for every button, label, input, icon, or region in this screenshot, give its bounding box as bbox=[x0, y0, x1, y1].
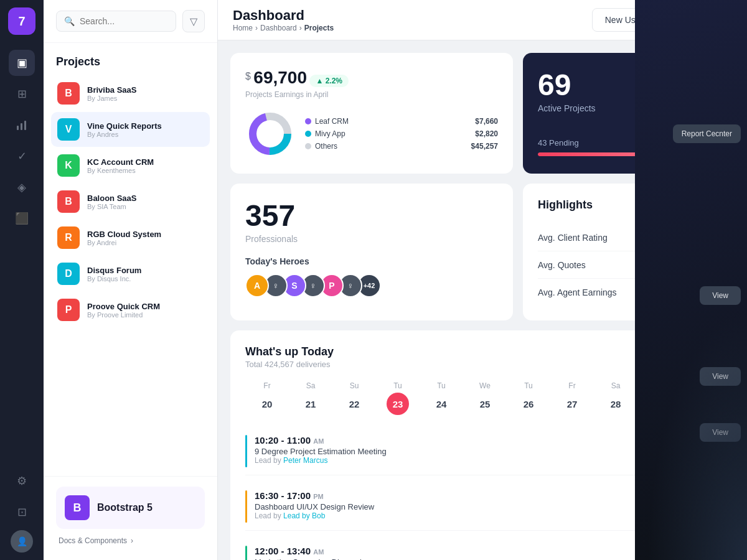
legend-item: Leaf CRM bbox=[305, 117, 349, 126]
sidebar: 🔍 ▽ Projects B Briviba SaaS By James V V… bbox=[44, 0, 218, 560]
project-name-rgb: RGB Cloud System bbox=[87, 230, 204, 239]
calendar-day[interactable]: Tu 23 bbox=[376, 381, 420, 415]
project-icon-kc: K bbox=[57, 154, 80, 177]
calendar-day[interactable]: Fr 20 bbox=[245, 381, 289, 415]
user-profile-avatar[interactable]: 👤 bbox=[11, 530, 33, 553]
bootstrap-card: B Bootstrap 5 bbox=[56, 487, 205, 529]
highlight-label: Avg. Agent Earnings bbox=[538, 287, 617, 297]
breadcrumb: Home › Dashboard › Projects bbox=[233, 24, 334, 32]
earnings-top: $ 69,700 ▲ 2.2% Projects Earnings in Apr… bbox=[245, 68, 498, 99]
project-info-proove: Proove Quick CRM By Proove Limited bbox=[87, 302, 204, 319]
project-item-vine[interactable]: V Vine Quick Reports By Andres bbox=[51, 112, 210, 147]
cal-day-label: Fr bbox=[263, 381, 270, 390]
calendar-day[interactable]: Su 22 bbox=[332, 381, 376, 415]
search-input[interactable] bbox=[80, 16, 168, 26]
project-by-rgb: By Andrei bbox=[87, 239, 204, 246]
nav-icon-layers[interactable]: ◈ bbox=[9, 174, 35, 200]
avatar-row: A♀S♀P♀+42 bbox=[245, 274, 498, 297]
legend-dot bbox=[305, 143, 311, 149]
event-lead-link[interactable]: Peter Marcus bbox=[283, 456, 327, 465]
search-icon: 🔍 bbox=[64, 16, 75, 26]
project-by-proove: By Proove Limited bbox=[87, 311, 204, 319]
project-info-baloon: Baloon SaaS By SIA Team bbox=[87, 194, 204, 210]
project-icon-baloon: B bbox=[57, 190, 80, 213]
event-bar bbox=[245, 546, 247, 560]
calendar-day[interactable]: We 25 bbox=[463, 381, 507, 415]
left-nav: 7 ▣ ⊞ ✓ ◈ ⬛ ⚙ ⊡ 👤 bbox=[0, 0, 44, 560]
hero-avatar: A bbox=[245, 274, 269, 297]
project-by-kc: By Keenthemes bbox=[87, 167, 204, 174]
calendar-day[interactable]: Sa 28 bbox=[594, 381, 637, 415]
event-lead: Lead by Lead by Bob bbox=[255, 511, 374, 520]
nav-icon-settings[interactable]: ⚙ bbox=[9, 468, 35, 494]
sidebar-bottom: B Bootstrap 5 Docs & Components › bbox=[44, 476, 217, 560]
breadcrumb-home[interactable]: Home bbox=[233, 24, 253, 32]
breadcrumb-section: Dashboard Home › Dashboard › Projects bbox=[233, 7, 334, 32]
nav-icon-grid[interactable]: ⊞ bbox=[9, 81, 35, 107]
legend-item: Mivy App bbox=[305, 129, 349, 138]
nav-icon-grid2[interactable]: ⊡ bbox=[9, 499, 35, 525]
earnings-amount: 69,700 bbox=[253, 68, 307, 87]
project-item-disqus[interactable]: D Disqus Forum By Disqus Inc. bbox=[51, 256, 210, 291]
event-name: 9 Degree Project Estimation Meeting bbox=[255, 447, 387, 456]
nav-icon-briefcase[interactable]: ⬛ bbox=[9, 205, 35, 231]
event-time: 12:00 - 13:40 AM bbox=[255, 546, 370, 556]
cal-day-num: 21 bbox=[299, 393, 322, 415]
event-lead-link[interactable]: Lead by Bob bbox=[283, 511, 325, 520]
project-info-vine: Vine Quick Reports By Andres bbox=[87, 121, 204, 138]
cal-day-num: 20 bbox=[256, 393, 278, 415]
nav-icon-chart[interactable] bbox=[9, 112, 35, 138]
svg-rect-2 bbox=[24, 121, 26, 130]
user-avatar-number[interactable]: 7 bbox=[8, 7, 35, 35]
project-name-proove: Proove Quick CRM bbox=[87, 302, 204, 311]
project-by-briviba: By James bbox=[87, 95, 204, 102]
calendar-day[interactable]: Tu 24 bbox=[420, 381, 463, 415]
cal-day-num: 28 bbox=[604, 393, 627, 415]
project-item-briviba[interactable]: B Briviba SaaS By James bbox=[51, 76, 210, 111]
docs-link[interactable]: Docs & Components › bbox=[56, 531, 205, 550]
cal-day-label: Tu bbox=[524, 381, 533, 390]
calendar-day[interactable]: Fr 27 bbox=[550, 381, 594, 415]
cal-day-label: Tu bbox=[393, 381, 402, 390]
cal-day-label: Su bbox=[350, 381, 359, 390]
view-button-3[interactable]: View bbox=[700, 423, 741, 442]
earnings-badge: ▲ 2.2% bbox=[309, 75, 349, 87]
cal-day-num: 22 bbox=[343, 393, 365, 415]
project-icon-vine: V bbox=[57, 118, 80, 141]
calendar-day[interactable]: Tu 26 bbox=[507, 381, 550, 415]
right-panel: Explore Help Buy now Report Cecnter View… bbox=[635, 0, 747, 560]
report-center-button[interactable]: Report Cecnter bbox=[673, 124, 741, 143]
project-item-kc[interactable]: K KC Account CRM By Keenthemes bbox=[51, 148, 210, 183]
search-box[interactable]: 🔍 bbox=[56, 11, 176, 32]
cal-day-label: Sa bbox=[306, 381, 316, 390]
bootstrap-icon: B bbox=[65, 495, 90, 520]
project-by-vine: By Andres bbox=[87, 131, 204, 138]
view-button-2[interactable]: View bbox=[700, 367, 741, 386]
legend-amounts: $7,660$2,820$45,257 bbox=[471, 117, 498, 151]
project-icon-proove: P bbox=[57, 299, 80, 321]
professionals-card: 357 Professionals Today's Heroes A♀S♀P♀+… bbox=[230, 184, 513, 320]
project-item-baloon[interactable]: B Baloon SaaS By SIA Team bbox=[51, 184, 210, 219]
project-info-briviba: Briviba SaaS By James bbox=[87, 85, 204, 102]
project-item-rgb[interactable]: R RGB Cloud System By Andrei bbox=[51, 220, 210, 255]
calendar-day[interactable]: Sa 21 bbox=[289, 381, 332, 415]
cal-day-num: 27 bbox=[561, 393, 583, 415]
project-name-briviba: Briviba SaaS bbox=[87, 85, 204, 95]
project-item-proove[interactable]: P Proove Quick CRM By Proove Limited bbox=[51, 292, 210, 327]
pending-label: 43 Pending bbox=[538, 138, 579, 147]
event-details: 10:20 - 11:00 AM 9 Degree Project Estima… bbox=[255, 435, 387, 465]
view-button-1[interactable]: View bbox=[700, 286, 741, 305]
legend-amount: $2,820 bbox=[471, 129, 498, 138]
earnings-card: $ 69,700 ▲ 2.2% Projects Earnings in Apr… bbox=[230, 53, 513, 174]
nav-icon-check[interactable]: ✓ bbox=[9, 143, 35, 169]
project-list: B Briviba SaaS By James V Vine Quick Rep… bbox=[44, 76, 217, 476]
breadcrumb-current: Projects bbox=[304, 24, 334, 32]
legend-dot bbox=[305, 118, 311, 124]
project-info-rgb: RGB Cloud System By Andrei bbox=[87, 230, 204, 246]
project-info-disqus: Disqus Forum By Disqus Inc. bbox=[87, 266, 204, 282]
breadcrumb-dashboard[interactable]: Dashboard bbox=[260, 24, 297, 32]
event-period: PM bbox=[313, 493, 324, 500]
professionals-count: 357 bbox=[245, 198, 498, 233]
filter-button[interactable]: ▽ bbox=[182, 10, 205, 32]
nav-icon-dashboard[interactable]: ▣ bbox=[9, 50, 35, 76]
